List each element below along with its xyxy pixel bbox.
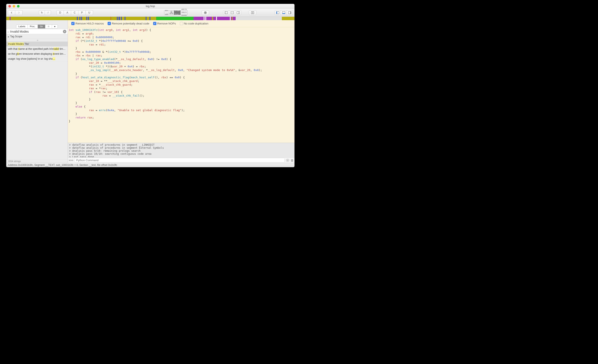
search-results-list: Invalid Modes '%s'with that name at the … [6, 42, 68, 159]
svg-rect-22 [290, 11, 291, 14]
svg-rect-4 [205, 12, 206, 13]
panel-layout-3-button[interactable] [235, 10, 241, 15]
console-input[interactable] [75, 158, 285, 162]
toggle-left-panel-button[interactable] [275, 10, 281, 15]
search-result[interactable]: se the given timezone when displaying ev… [6, 51, 68, 57]
console-output: > dataflow analysis of procedures in seg… [68, 143, 294, 157]
sidebar-status: 1654 strings [6, 159, 68, 163]
panel-layout-1-button[interactable] [223, 10, 229, 15]
cpu-icon-button[interactable] [202, 10, 209, 15]
sidebar-tab-3[interactable]: ☆ [45, 25, 52, 28]
toggle-right-panel-button[interactable] [287, 10, 293, 15]
mode-button-a[interactable]: A [64, 10, 71, 15]
svg-rect-18 [276, 11, 277, 14]
pseudo-code-view[interactable]: int sub_10001b3fc(int arg0, int arg1, in… [68, 27, 294, 143]
search-row: ⌕ ✕ [6, 29, 68, 34]
panel-layout-2-button[interactable] [229, 10, 235, 15]
sidebar-tabs: LabelsProc.Str☆● [16, 24, 58, 29]
mode-button-d[interactable]: D [57, 10, 64, 15]
reload-button[interactable]: ↻ [39, 10, 45, 15]
navigation-bar[interactable] [6, 17, 294, 20]
mode-button-p[interactable]: P [78, 10, 86, 15]
tag-scope-toggle[interactable]: Tag Scope [6, 34, 68, 39]
search-input[interactable] [10, 30, 62, 33]
console-panel: > dataflow analysis of procedures in seg… [68, 143, 294, 163]
svg-point-9 [232, 12, 233, 13]
main-panel: Remove HI/LO macros Remove potentially d… [68, 20, 294, 163]
sidebar-tab-0[interactable]: Labels [16, 25, 28, 28]
decompiler-options-bar: Remove HI/LO macros Remove potentially d… [68, 20, 294, 27]
view-mode-segmented[interactable]: movadd if(b)f(x); 486770706572204469 [164, 10, 188, 15]
nav-forward-button[interactable] [15, 10, 23, 15]
close-window-button[interactable] [8, 5, 11, 8]
no-code-duplication-checkbox[interactable]: No code duplication [180, 22, 208, 25]
single-panel-button[interactable] [249, 10, 256, 15]
graph-icon [169, 10, 174, 15]
trash-icon[interactable]: 🗑 [291, 159, 294, 162]
svg-rect-20 [282, 13, 285, 14]
svg-rect-1 [170, 13, 171, 14]
mode-button-u[interactable]: U [86, 10, 93, 15]
svg-point-10 [233, 12, 233, 13]
clear-search-button[interactable]: ✕ [63, 30, 66, 33]
sidebar-tab-1[interactable]: Proc. [28, 25, 38, 28]
status-bar: Address 0x10001b3fc, Segment __TEXT, sub… [6, 163, 294, 167]
remove-dead-code-checkbox[interactable]: Remove potentially dead code [108, 22, 149, 25]
titlebar: log.hop [6, 4, 294, 8]
console-prompt: >>> [69, 159, 74, 162]
zoom-window-button[interactable] [17, 5, 20, 8]
remove-nops-checkbox[interactable]: Remove NOPs [153, 22, 176, 25]
nav-back-button[interactable] [8, 10, 15, 15]
sidebar-tab-2[interactable]: Str [38, 25, 45, 28]
reload-reverse-button[interactable]: ↺ [45, 10, 51, 15]
remove-hilo-checkbox[interactable]: Remove HI/LO macros [71, 22, 104, 25]
sidebar-tab-4[interactable]: ● [52, 25, 58, 28]
app-window: log.hop ↻ ↺ DACPU movadd if(b)f(x); 4867… [6, 4, 294, 167]
search-result[interactable]: with that name at the specified path.\n\… [6, 47, 68, 51]
svg-point-8 [231, 12, 232, 13]
toolbar: ↻ ↺ DACPU movadd if(b)f(x); 486770706572… [6, 8, 294, 17]
search-icon: ⌕ [8, 30, 9, 33]
svg-rect-0 [171, 11, 172, 12]
sidebar: LabelsProc.Str☆● ⌕ ✕ Tag Scope Invalid M… [6, 20, 68, 163]
svg-rect-2 [172, 13, 173, 14]
toggle-bottom-panel-button[interactable] [281, 10, 287, 15]
svg-rect-5 [225, 11, 228, 14]
svg-rect-11 [237, 11, 240, 14]
mode-button-c[interactable]: C [71, 10, 78, 15]
minimize-window-button[interactable] [13, 5, 15, 8]
search-result[interactable]: Invalid Modes '%s' [6, 42, 68, 47]
search-result[interactable]: usage: log show [options] \n or: log sho… [6, 57, 68, 61]
window-title: log.hop [6, 5, 294, 8]
console-clear-icon[interactable]: ✕ [286, 159, 289, 162]
